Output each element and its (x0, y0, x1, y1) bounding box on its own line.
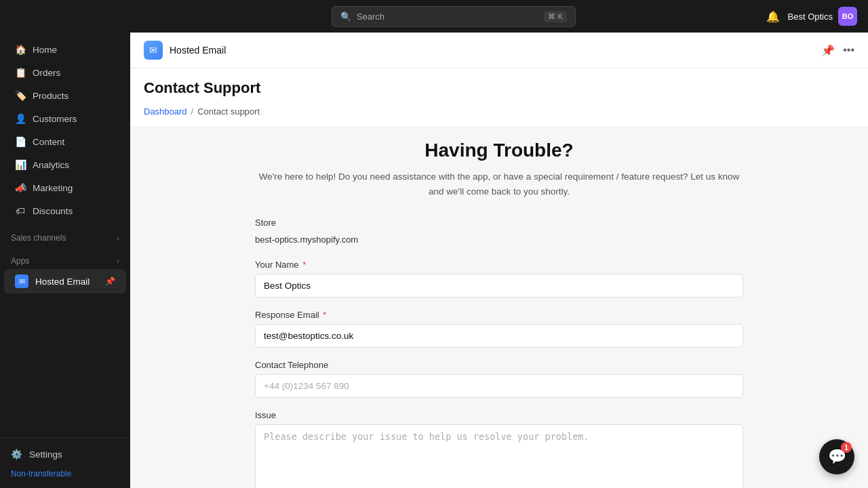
store-field-group: Store best-optics.myshopify.com (255, 218, 743, 247)
analytics-icon: 📊 (15, 159, 26, 170)
orders-icon: 📋 (15, 67, 26, 78)
app-header-left: ✉ Hosted Email (144, 41, 226, 60)
support-description: We're here to help! Do you need assistan… (255, 169, 743, 199)
breadcrumb-dashboard-link[interactable]: Dashboard (144, 106, 187, 117)
sidebar-label-marketing: Marketing (33, 183, 73, 193)
breadcrumb-separator: / (191, 106, 194, 117)
app-header-title: Hosted Email (170, 45, 226, 56)
sidebar-item-analytics[interactable]: 📊 Analytics (4, 154, 126, 176)
sidebar-label-settings: Settings (29, 449, 62, 460)
sidebar-label-content: Content (33, 137, 64, 147)
sidebar-label-hosted-email: Hosted Email (35, 277, 90, 287)
topbar-right: 🔔 Best Optics BO (766, 7, 857, 26)
app-header: ✉ Hosted Email 📌 ••• (130, 33, 868, 68)
sales-channels-label: Sales channels (11, 233, 66, 243)
discounts-icon: 🏷 (15, 205, 26, 216)
sidebar-label-products: Products (33, 91, 68, 101)
sidebar-label-discounts: Discounts (33, 206, 73, 216)
sidebar-item-content[interactable]: 📄 Content (4, 131, 126, 152)
response-email-field-group: Response Email * (255, 310, 743, 348)
page-header: Contact Support (130, 68, 868, 97)
sidebar-item-hosted-email[interactable]: ✉ Hosted Email 📌 (4, 269, 126, 293)
sidebar-label-customers: Customers (33, 114, 77, 124)
sales-channels-section[interactable]: Sales channels › (0, 228, 130, 245)
breadcrumb-current: Contact support (197, 106, 260, 117)
sidebar: 🏠 Home 📋 Orders 🏷️ Products 👤 Customers … (0, 33, 130, 488)
breadcrumb: Dashboard / Contact support (130, 97, 868, 126)
chat-bubble[interactable]: 💬 1 (819, 439, 854, 474)
search-icon: 🔍 (340, 12, 351, 22)
contact-telephone-input[interactable] (255, 374, 743, 398)
home-icon: 🏠 (15, 44, 26, 55)
sidebar-item-marketing[interactable]: 📣 Marketing (4, 177, 126, 199)
content-area: ✉ Hosted Email 📌 ••• Contact Support Das… (130, 33, 868, 488)
sidebar-label-orders: Orders (33, 68, 60, 78)
store-value: best-optics.myshopify.com (255, 232, 743, 247)
apps-section[interactable]: Apps › (0, 251, 130, 268)
apps-label: Apps (11, 256, 29, 266)
store-label: Store (255, 218, 743, 228)
settings-icon: ⚙️ (11, 449, 22, 460)
store-selector[interactable]: Best Optics BO (788, 7, 857, 26)
sidebar-item-orders[interactable]: 📋 Orders (4, 62, 126, 83)
main-layout: 🏠 Home 📋 Orders 🏷️ Products 👤 Customers … (0, 33, 868, 488)
contact-telephone-field-group: Contact Telephone (255, 360, 743, 398)
chat-badge: 1 (841, 442, 852, 453)
sidebar-item-settings[interactable]: ⚙️ Settings (0, 443, 130, 465)
avatar: BO (838, 7, 857, 26)
products-icon: 🏷️ (15, 90, 26, 101)
sidebar-app-item-left: ✉ Hosted Email (15, 274, 90, 288)
sidebar-label-analytics: Analytics (33, 160, 69, 170)
search-bar[interactable]: 🔍 Search ⌘ K (332, 6, 576, 27)
issue-field-group: Issue (255, 410, 743, 488)
response-email-input[interactable] (255, 324, 743, 348)
sidebar-item-discounts[interactable]: 🏷 Discounts (4, 200, 126, 222)
non-transferable-badge: Non-transferable (0, 465, 130, 483)
more-options-icon[interactable]: ••• (843, 44, 854, 56)
issue-textarea[interactable] (255, 424, 743, 488)
app-icon: ✉ (144, 41, 163, 60)
chevron-right-icon: › (117, 257, 119, 265)
sidebar-item-home[interactable]: 🏠 Home (4, 39, 126, 60)
search-placeholder: Search (357, 12, 384, 22)
your-name-field-group: Your Name * (255, 260, 743, 298)
sidebar-item-products[interactable]: 🏷️ Products (4, 85, 126, 106)
sidebar-bottom: ⚙️ Settings Non-transferable (0, 437, 130, 483)
contact-telephone-label: Contact Telephone (255, 360, 743, 370)
sidebar-item-customers[interactable]: 👤 Customers (4, 108, 126, 129)
support-heading: Having Trouble? (255, 140, 743, 161)
your-name-input[interactable] (255, 274, 743, 298)
sidebar-label-home: Home (33, 45, 57, 55)
search-shortcut: ⌘ K (544, 11, 566, 22)
app-header-right: 📌 ••• (821, 44, 854, 57)
content-icon: 📄 (15, 136, 26, 147)
notification-bell-icon[interactable]: 🔔 (766, 10, 780, 23)
issue-label: Issue (255, 410, 743, 420)
support-form-container: Having Trouble? We're here to help! Do y… (241, 140, 757, 488)
your-name-label: Your Name * (255, 260, 743, 270)
store-name: Best Optics (788, 12, 833, 22)
pin-icon[interactable]: 📌 (105, 277, 115, 286)
customers-icon: 👤 (15, 113, 26, 124)
marketing-icon: 📣 (15, 182, 26, 193)
page-content: Dashboard / Contact support Having Troub… (130, 97, 868, 488)
chevron-right-icon: › (117, 234, 119, 242)
topbar: 🔍 Search ⌘ K 🔔 Best Optics BO (0, 0, 868, 33)
response-email-label: Response Email * (255, 310, 743, 320)
pin-app-icon[interactable]: 📌 (821, 44, 835, 57)
hosted-email-app-icon: ✉ (15, 274, 28, 288)
page-title: Contact Support (144, 79, 854, 97)
